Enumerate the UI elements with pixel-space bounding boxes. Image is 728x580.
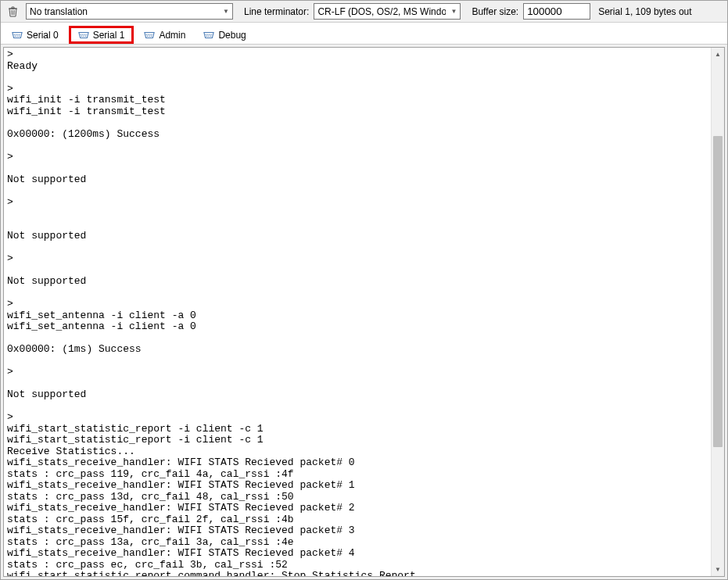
svg-point-20 [152, 34, 152, 34]
svg-point-24 [206, 34, 206, 34]
svg-point-12 [84, 34, 84, 34]
clear-button[interactable] [4, 4, 21, 20]
scroll-up-button[interactable]: ▲ [712, 48, 724, 61]
console-panel: > Ready > wifi_init -i transmit_test wif… [1, 45, 727, 579]
serial-port-icon [78, 30, 89, 41]
tab-label: Debug [218, 30, 246, 41]
svg-point-15 [83, 35, 84, 36]
buffer-size-label: Buffer size: [472, 6, 518, 17]
svg-point-8 [16, 35, 17, 36]
svg-point-25 [207, 34, 208, 34]
scroll-down-button[interactable]: ▼ [712, 563, 724, 576]
tab-serial-0[interactable]: Serial 0 [4, 26, 66, 44]
tab-bar: Serial 0Serial 1AdminDebug [1, 23, 727, 45]
svg-point-17 [146, 34, 147, 34]
svg-point-5 [17, 34, 18, 34]
console-border: > Ready > wifi_init -i transmit_test wif… [3, 47, 725, 577]
svg-point-28 [206, 35, 207, 36]
scroll-down-arrow-icon: ▼ [715, 566, 721, 573]
svg-point-30 [210, 35, 211, 36]
tab-label: Serial 1 [93, 30, 125, 41]
tab-debug[interactable]: Debug [195, 26, 253, 44]
line-terminator-value: CR-LF (DOS, OS/2, MS Windows) [317, 6, 446, 17]
svg-point-9 [19, 35, 20, 36]
svg-point-19 [150, 34, 151, 34]
svg-point-27 [211, 34, 212, 34]
chevron-down-icon: ▼ [223, 8, 229, 15]
svg-point-4 [16, 34, 16, 34]
tab-admin[interactable]: Admin [136, 26, 193, 44]
chevron-down-icon: ▼ [450, 8, 457, 15]
svg-point-11 [82, 34, 83, 34]
tab-label: Admin [159, 30, 185, 41]
scroll-thumb[interactable] [713, 136, 723, 447]
serial-status-text: Serial 1, 109 bytes out [598, 6, 691, 17]
scroll-up-arrow-icon: ▲ [715, 51, 721, 58]
trash-icon [8, 6, 18, 17]
svg-point-18 [148, 34, 149, 34]
tab-label: Serial 0 [27, 30, 59, 41]
svg-point-14 [81, 35, 82, 36]
svg-point-3 [14, 34, 15, 34]
svg-point-16 [84, 35, 85, 36]
line-terminator-dropdown[interactable]: CR-LF (DOS, OS/2, MS Windows) ▼ [314, 3, 461, 20]
svg-point-10 [80, 34, 81, 34]
svg-point-23 [151, 35, 152, 36]
serial-port-icon [12, 30, 23, 41]
console-output[interactable]: > Ready > wifi_init -i transmit_test wif… [4, 48, 711, 576]
toolbar: No translation ▼ Line terminator: CR-LF … [1, 1, 727, 23]
svg-point-6 [19, 34, 20, 34]
svg-point-26 [210, 34, 210, 34]
vertical-scrollbar[interactable]: ▲ ▼ [711, 48, 724, 576]
tab-serial-1[interactable]: Serial 1 [69, 26, 134, 44]
serial-port-icon [144, 30, 155, 41]
translation-dropdown[interactable]: No translation ▼ [26, 3, 233, 20]
buffer-size-input[interactable] [523, 3, 590, 20]
svg-point-13 [85, 34, 86, 34]
svg-point-22 [149, 35, 150, 36]
svg-point-21 [147, 35, 148, 36]
svg-point-29 [209, 35, 210, 36]
translation-value: No translation [30, 6, 218, 17]
scroll-track[interactable] [712, 61, 724, 563]
serial-port-icon [203, 30, 214, 41]
line-terminator-label: Line terminator: [244, 6, 309, 17]
svg-point-7 [15, 35, 16, 36]
